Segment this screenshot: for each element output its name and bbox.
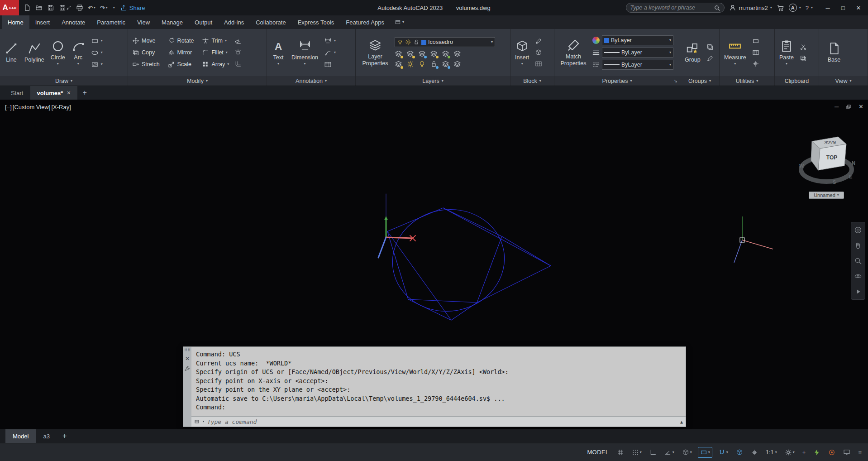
volumes-tab-close-icon[interactable]: ✕ bbox=[67, 90, 71, 96]
insert-button[interactable]: Insert ▾ bbox=[513, 31, 531, 74]
account-menu-button[interactable]: m.martins2 ▾ bbox=[729, 4, 772, 11]
tab-parametric[interactable]: Parametric bbox=[91, 15, 131, 29]
mirror-button[interactable]: Mirror bbox=[167, 48, 196, 57]
create-block-button[interactable] bbox=[534, 48, 544, 57]
object-color-dropdown[interactable]: ByLayer ▾ bbox=[602, 35, 673, 45]
minimize-button[interactable]: ─ bbox=[820, 0, 835, 15]
groups-panel-label[interactable]: Groups ▾ bbox=[680, 76, 719, 86]
isometric-drafting-button[interactable]: ▾ bbox=[680, 447, 694, 457]
layer-unlock-button[interactable] bbox=[430, 60, 438, 68]
polyline-button[interactable]: Polyline bbox=[23, 31, 46, 74]
layer-isolate-button[interactable] bbox=[406, 50, 414, 58]
match-properties-button[interactable]: Match Properties bbox=[557, 31, 590, 74]
rotate-button[interactable]: Rotate bbox=[167, 37, 196, 45]
viewport-restore-button[interactable] bbox=[846, 104, 851, 110]
layer-unisolate-button[interactable] bbox=[395, 60, 402, 68]
layer-freeze-button[interactable] bbox=[418, 50, 426, 58]
table-button[interactable] bbox=[323, 60, 337, 69]
ungroup-button[interactable] bbox=[705, 43, 715, 51]
autocad-app-menu-button[interactable]: A CAD bbox=[0, 0, 19, 15]
new-tab-button[interactable]: + bbox=[78, 86, 91, 100]
layout-tab-a3[interactable]: a3 bbox=[36, 429, 57, 443]
compass-west-label[interactable]: W bbox=[799, 163, 804, 168]
linear-dimension-button[interactable]: ▾ bbox=[323, 37, 337, 45]
close-button[interactable]: ✕ bbox=[851, 0, 866, 15]
compass-north-label[interactable]: N bbox=[852, 160, 855, 166]
make-current-layer-button[interactable] bbox=[442, 50, 449, 58]
maximize-button[interactable]: □ bbox=[835, 0, 851, 15]
ortho-mode-button[interactable] bbox=[648, 447, 658, 457]
layer-on-button[interactable] bbox=[418, 60, 426, 68]
graphics-performance-button[interactable] bbox=[811, 447, 822, 457]
view-panel-label[interactable]: View ▾ bbox=[819, 76, 868, 86]
manage-attributes-button[interactable] bbox=[534, 60, 544, 68]
array-button[interactable]: Array▾ bbox=[200, 60, 230, 68]
move-button[interactable]: Move bbox=[131, 37, 161, 45]
base-button[interactable]: Base bbox=[825, 31, 843, 74]
command-customize-wrench-icon[interactable] bbox=[184, 365, 191, 372]
layer-previous-button[interactable] bbox=[453, 60, 461, 68]
scale-button[interactable]: Scale bbox=[167, 60, 196, 68]
save-button[interactable] bbox=[45, 3, 56, 13]
qat-customize-button[interactable]: ▾ bbox=[110, 5, 117, 11]
block-panel-label[interactable]: Block ▾ bbox=[510, 76, 554, 86]
ribbon-display-toggle-button[interactable]: ▾ bbox=[390, 15, 409, 29]
share-button[interactable]: Share bbox=[120, 5, 145, 11]
undo-button[interactable]: ↶▾ bbox=[86, 3, 97, 13]
compass-east-label[interactable]: E bbox=[849, 174, 852, 179]
pan-button[interactable] bbox=[854, 241, 862, 250]
clipboard-panel-label[interactable]: Clipboard bbox=[775, 76, 819, 86]
viewcube[interactable]: W N E S BACK TOP Unnamed ▾ bbox=[795, 132, 858, 199]
layer-dropdown[interactable]: Icosaedro ▾ bbox=[395, 37, 495, 47]
lineweight-dropdown[interactable]: ByLayer ▾ bbox=[602, 48, 673, 58]
id-point-button[interactable] bbox=[751, 60, 761, 68]
selection-cycling-button[interactable]: ▾ bbox=[698, 447, 712, 458]
add-scales-button[interactable]: + bbox=[801, 447, 808, 457]
command-window-grip[interactable]: ⠿⠿ ✕ bbox=[183, 347, 191, 427]
polar-tracking-button[interactable]: ▾ bbox=[663, 447, 676, 457]
redo-button[interactable]: ↷▾ bbox=[98, 3, 110, 13]
customization-button[interactable]: ≡ bbox=[856, 447, 863, 457]
group-edit-button[interactable] bbox=[705, 54, 715, 62]
search-input[interactable]: Type a keyword or phrase bbox=[626, 3, 725, 13]
trim-button[interactable]: Trim▾ bbox=[200, 37, 230, 45]
arc-button[interactable]: Arc ▾ bbox=[70, 31, 87, 74]
line-button[interactable]: Line bbox=[3, 31, 20, 74]
tab-view[interactable]: View bbox=[131, 15, 156, 29]
tab-express-tools[interactable]: Express Tools bbox=[292, 15, 340, 29]
command-window-close-button[interactable]: ✕ bbox=[185, 355, 190, 362]
new-layout-button[interactable]: + bbox=[57, 429, 72, 443]
layer-off-button[interactable] bbox=[395, 50, 402, 58]
draw-panel-label[interactable]: Draw ▾ bbox=[0, 76, 128, 86]
model-space-toggle[interactable]: MODEL bbox=[587, 449, 609, 456]
erase-button[interactable] bbox=[233, 37, 243, 45]
tab-manage[interactable]: Manage bbox=[156, 15, 189, 29]
store-button[interactable] bbox=[777, 4, 784, 12]
rectangle-button[interactable]: ▾ bbox=[90, 37, 104, 45]
match-layer-button[interactable] bbox=[453, 50, 461, 58]
model-space-viewport[interactable]: [−] [Custom View] [X-Ray] ─ ✕ W N E S BA… bbox=[0, 100, 868, 429]
steering-wheel-button[interactable] bbox=[854, 226, 862, 234]
hatch-button[interactable]: ▾ bbox=[90, 60, 104, 69]
tab-featured-apps[interactable]: Featured Apps bbox=[340, 15, 390, 29]
tab-home[interactable]: Home bbox=[2, 15, 29, 29]
grid-display-button[interactable] bbox=[615, 447, 626, 457]
tab-add-ins[interactable]: Add-ins bbox=[218, 15, 250, 29]
zoom-button[interactable] bbox=[854, 257, 862, 265]
named-view-dropdown[interactable]: Unnamed ▾ bbox=[809, 192, 844, 199]
tab-insert[interactable]: Insert bbox=[29, 15, 56, 29]
explode-button[interactable] bbox=[233, 48, 243, 57]
properties-dialog-launcher[interactable]: ↘ bbox=[674, 78, 677, 83]
plot-button[interactable] bbox=[74, 3, 85, 13]
tab-annotate[interactable]: Annotate bbox=[56, 15, 91, 29]
measure-button[interactable]: Measure ▾ bbox=[722, 31, 748, 74]
clean-screen-button[interactable] bbox=[841, 447, 852, 457]
new-drawing-button[interactable] bbox=[22, 3, 33, 13]
circle-button[interactable]: Circle ▾ bbox=[49, 31, 67, 74]
annotation-scale-button[interactable]: 1:1▾ bbox=[764, 447, 779, 457]
copy-button[interactable]: Copy bbox=[131, 48, 161, 57]
fillet-button[interactable]: Fillet▾ bbox=[200, 48, 230, 57]
viewport-close-button[interactable]: ✕ bbox=[858, 103, 863, 110]
dynamic-input-button[interactable] bbox=[749, 447, 760, 457]
dimension-button[interactable]: Dimension ▾ bbox=[290, 31, 320, 74]
